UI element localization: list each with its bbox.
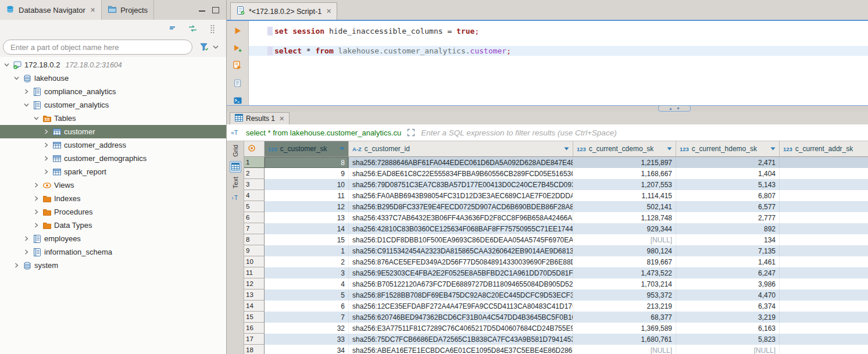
cell-c-customer-sk[interactable]: 34 (265, 345, 349, 354)
tree-item-172-18-0-2[interactable]: 172.18.0.2172.18.0.2:31604 (0, 58, 226, 71)
cell-c-current-cdemo-sk[interactable]: 1,703,214 (573, 278, 676, 289)
tree-item-views[interactable]: Views (0, 178, 226, 192)
cell-c-customer-id[interactable]: sha256:79D08751C3EA7C83BA57D177E00413D0C… (349, 179, 573, 190)
cell-c-current-cdemo-sk[interactable]: [NULL] (573, 234, 676, 245)
cell-c-customer-id[interactable]: sha256:75DC7FCB6686EDA72565C1B838CA7FC43… (349, 334, 573, 345)
chevron-right-icon[interactable] (42, 142, 50, 148)
row-number[interactable]: 8 (244, 234, 265, 245)
cell-c-current-cdemo-sk[interactable]: 502,141 (573, 201, 676, 212)
presentation-grid-icon[interactable] (230, 161, 241, 173)
cell-c-current-cdemo-sk[interactable]: 1,114,415 (573, 190, 676, 201)
cell-c-current-cdemo-sk[interactable]: 953,372 (573, 289, 676, 301)
grid-corner-cell[interactable] (244, 141, 265, 157)
row-number[interactable]: 3 (244, 179, 265, 190)
filter-input[interactable]: Enter a SQL expression to filter results… (421, 128, 616, 137)
chevron-right-icon[interactable] (42, 169, 50, 174)
cell-c-current-addr-sk[interactable]: 37,50 (780, 345, 868, 354)
sql-console-icon[interactable] (232, 95, 244, 105)
tree-item-indexes[interactable]: Indexes (0, 192, 226, 205)
chevron-right-icon[interactable] (23, 89, 30, 94)
tree-item-spark-report[interactable]: spark_report (0, 165, 226, 178)
minimize-icon[interactable] (199, 9, 205, 12)
cell-c-current-hdemo-sk[interactable]: 1,461 (676, 256, 780, 267)
tree-item-procedures[interactable]: Procedures (0, 205, 226, 219)
cell-c-customer-sk[interactable]: 4 (265, 278, 349, 289)
row-number[interactable]: 1 (244, 157, 265, 168)
cell-c-customer-id[interactable]: sha256:E3A77511F81C7289C76C4065217D5D406… (349, 323, 573, 334)
cell-c-customer-sk[interactable]: 2 (265, 256, 349, 267)
chevron-down-icon[interactable] (33, 116, 40, 121)
cell-c-current-hdemo-sk[interactable]: 2,777 (676, 212, 780, 223)
sql-line-2[interactable] (249, 36, 868, 46)
column-filter-arrow-icon[interactable] (564, 147, 569, 151)
cell-c-current-addr-sk[interactable]: 30,46 (780, 234, 868, 245)
chevron-right-icon[interactable] (23, 249, 30, 255)
presentation-grid-label[interactable]: Grid (232, 145, 239, 157)
cell-c-current-addr-sk[interactable]: 16,59 (780, 157, 868, 168)
chevron-right-icon[interactable] (42, 129, 50, 134)
object-search-input[interactable] (3, 40, 192, 55)
cell-c-customer-sk[interactable]: 8 (265, 157, 349, 168)
cell-c-customer-id[interactable]: sha256:FA0ABB6943B98054FC31D12D3E3AEC689… (349, 190, 573, 201)
cell-c-current-cdemo-sk[interactable]: 980,124 (573, 245, 676, 256)
cell-c-current-hdemo-sk[interactable]: 4,470 (676, 289, 780, 301)
presentation-text-icon[interactable]: ‹T (230, 192, 241, 204)
close-icon[interactable]: ✕ (326, 8, 331, 15)
column-filter-arrow-icon[interactable] (340, 147, 345, 151)
tree-item-customer-analytics[interactable]: customer_analytics (0, 98, 226, 112)
cell-c-current-addr-sk[interactable]: 48,29 (780, 323, 868, 334)
cell-c-current-cdemo-sk[interactable]: 819,667 (573, 256, 676, 267)
link-with-editor-icon[interactable] (187, 23, 198, 34)
cell-c-current-hdemo-sk[interactable]: 6,163 (676, 323, 780, 334)
cell-c-customer-sk[interactable]: 9 (265, 168, 349, 179)
cell-c-customer-sk[interactable]: 33 (265, 334, 349, 345)
cell-c-current-hdemo-sk[interactable]: 6,247 (676, 267, 780, 278)
cell-c-current-hdemo-sk[interactable]: 892 (676, 223, 780, 234)
cell-c-current-hdemo-sk[interactable]: 7,135 (676, 245, 780, 256)
tree-item-system[interactable]: system (0, 259, 226, 272)
cell-c-customer-sk[interactable]: 10 (265, 179, 349, 190)
cell-c-customer-sk[interactable]: 6 (265, 301, 349, 312)
cell-c-current-addr-sk[interactable]: 14,00 (780, 212, 868, 223)
cell-c-current-addr-sk[interactable]: 31,65 (780, 256, 868, 267)
cell-c-current-hdemo-sk[interactable]: 5,143 (676, 179, 780, 190)
chevron-down-icon[interactable] (210, 41, 222, 53)
execute-script-icon[interactable] (232, 60, 244, 70)
row-number[interactable]: 16 (244, 323, 265, 334)
execute-new-tab-icon[interactable] (232, 43, 244, 53)
close-icon[interactable]: ✕ (279, 115, 284, 123)
tree-item-information-schema[interactable]: information_schema (0, 245, 226, 259)
tree-item-employees[interactable]: employees (0, 232, 226, 245)
cell-c-customer-sk[interactable]: 32 (265, 323, 349, 334)
cell-c-current-cdemo-sk[interactable]: 213,219 (573, 301, 676, 312)
column-header-c-customer-sk[interactable]: 123c_customer_sk (265, 141, 349, 157)
cell-c-current-cdemo-sk[interactable]: 1,168,667 (573, 168, 676, 179)
row-number[interactable]: 11 (244, 267, 265, 278)
cell-c-current-cdemo-sk[interactable]: 68,377 (573, 312, 676, 323)
row-number[interactable]: 17 (244, 334, 265, 345)
cell-c-current-hdemo-sk[interactable]: 3,986 (676, 278, 780, 289)
cell-c-current-addr-sk[interactable]: 47,36 (780, 201, 868, 212)
filter-icon[interactable] (198, 41, 210, 53)
cell-c-current-addr-sk[interactable]: 19,58 (780, 179, 868, 190)
cell-c-current-addr-sk[interactable]: 27,08 (780, 301, 868, 312)
tree-item-customer[interactable]: customer (0, 125, 226, 138)
cell-c-customer-id[interactable]: sha256:C9115342454A2323DA815865CAA326064… (349, 245, 573, 256)
cell-c-current-hdemo-sk[interactable]: 6,577 (676, 201, 780, 212)
row-number[interactable]: 4 (244, 190, 265, 201)
tab-database-navigator[interactable]: Database Navigator ✕ (0, 0, 102, 20)
cell-c-customer-sk[interactable]: 13 (265, 212, 349, 223)
view-menu-icon[interactable] (206, 23, 218, 34)
cell-c-current-hdemo-sk[interactable]: 134 (676, 234, 780, 245)
cell-c-current-hdemo-sk[interactable]: 1,404 (676, 168, 780, 179)
cell-c-current-cdemo-sk[interactable]: 929,344 (573, 223, 676, 234)
cell-c-current-addr-sk[interactable]: 32,94 (780, 245, 868, 256)
cell-c-customer-sk[interactable]: 3 (265, 267, 349, 278)
collapse-all-icon[interactable] (167, 23, 178, 34)
column-header-c-customer-id[interactable]: A-Zc_customer_id (349, 141, 573, 157)
row-number[interactable]: 5 (244, 201, 265, 212)
cell-c-current-addr-sk[interactable]: 44,81 (780, 312, 868, 323)
cell-c-current-cdemo-sk[interactable]: 1,215,897 (573, 157, 676, 168)
tab-results-1[interactable]: Results 1 ✕ (230, 112, 290, 124)
cell-c-customer-id[interactable]: sha256:8F1528BB708DF69EB475DC92A8C20EC44… (349, 289, 573, 301)
